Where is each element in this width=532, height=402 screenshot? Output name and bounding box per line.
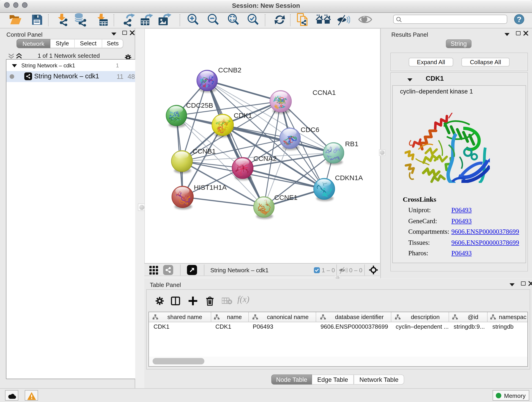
svg-text:CCNA2: CCNA2: [253, 154, 277, 162]
svg-text:CCNB2: CCNB2: [218, 66, 241, 74]
svg-text:CDK1: CDK1: [234, 111, 252, 119]
svg-text:CCNE1: CCNE1: [274, 193, 298, 201]
svg-text:CDKN1A: CDKN1A: [335, 174, 363, 181]
svg-text:CCNA1: CCNA1: [312, 89, 336, 96]
svg-text:RB1: RB1: [345, 140, 358, 147]
svg-text:CCNB1: CCNB1: [192, 147, 216, 155]
svg-text:CDC6: CDC6: [301, 126, 319, 133]
svg-text:HIST1H1A: HIST1H1A: [194, 183, 227, 191]
svg-text:CDC25B: CDC25B: [186, 101, 213, 109]
